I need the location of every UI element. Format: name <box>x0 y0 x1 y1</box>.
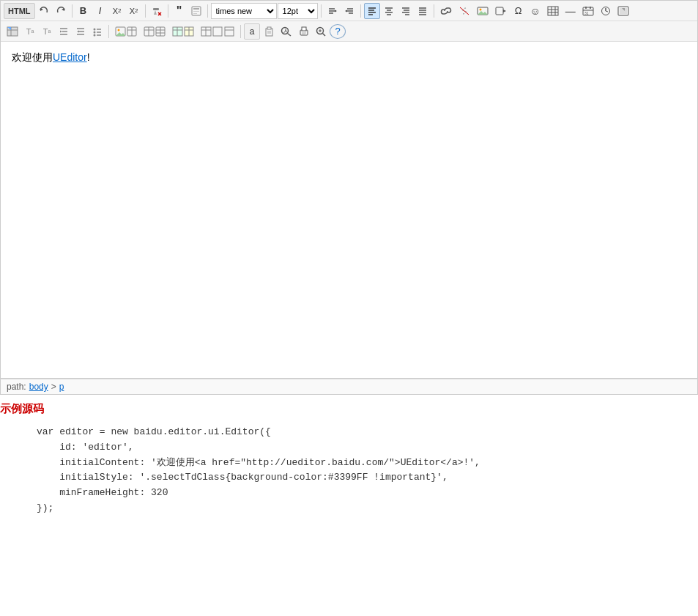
table2-button[interactable] <box>141 23 168 40</box>
svg-marker-76 <box>116 32 125 36</box>
svg-rect-7 <box>193 8 199 10</box>
svg-rect-97 <box>225 27 234 36</box>
html-button[interactable]: HTML <box>4 3 35 19</box>
path-body-link[interactable]: body <box>29 382 48 392</box>
insert-image2-button[interactable] <box>112 23 140 40</box>
table-button[interactable] <box>544 3 562 19</box>
outdent-button[interactable] <box>73 23 89 40</box>
svg-line-52 <box>606 11 608 12</box>
source-section: 示例源码 var editor = new baidu.editor.ui.Ed… <box>0 395 698 519</box>
link-button[interactable] <box>437 3 455 19</box>
font-name-select[interactable]: times new <box>211 3 277 19</box>
help-button[interactable]: ? <box>330 24 346 39</box>
svg-rect-56 <box>7 27 18 36</box>
svg-marker-66 <box>77 30 79 32</box>
svg-line-111 <box>323 33 326 36</box>
separator-3 <box>168 4 168 18</box>
bold-button[interactable]: B <box>75 3 92 19</box>
subscript-button[interactable]: X2 <box>126 3 142 19</box>
svg-rect-8 <box>193 11 199 12</box>
anchor-button[interactable]: a <box>244 23 260 40</box>
blockquote-button[interactable]: " <box>171 3 188 19</box>
find-button[interactable]: 人 <box>278 23 295 40</box>
list-unordered-button[interactable] <box>89 23 105 40</box>
editor-text-suffix: ! <box>87 51 90 63</box>
separator-1 <box>72 4 73 18</box>
svg-rect-40 <box>548 7 558 15</box>
superscript-button[interactable]: X2 <box>109 3 125 19</box>
svg-point-68 <box>94 28 96 30</box>
path-label: path: <box>7 382 26 392</box>
separator-7 <box>434 4 434 18</box>
preview-button[interactable] <box>313 23 329 40</box>
svg-text:31: 31 <box>584 11 589 15</box>
separator-2 <box>145 4 146 18</box>
ltr-button[interactable] <box>324 3 341 19</box>
align-center-button[interactable] <box>381 3 397 19</box>
redo-button[interactable] <box>53 3 69 19</box>
image-button[interactable] <box>474 3 491 19</box>
svg-marker-12 <box>335 10 337 12</box>
path-separator: > <box>51 382 56 392</box>
separator-4 <box>207 4 208 18</box>
source-title[interactable]: 示例源码 <box>0 402 698 416</box>
subscript2-button[interactable]: Ta <box>39 23 55 40</box>
toolbar-row-1: HTML B I X2 X2 " <box>1 1 697 21</box>
svg-marker-37 <box>478 11 488 15</box>
editor-content: 欢迎使用UEditor! <box>12 49 686 65</box>
special-char-button[interactable]: Ω <box>510 3 527 19</box>
date-button[interactable]: 31 <box>579 3 597 19</box>
superscript2-button[interactable]: Ta <box>22 23 38 40</box>
svg-rect-2 <box>153 8 159 10</box>
align-right-button[interactable] <box>398 3 414 19</box>
svg-point-75 <box>118 29 120 31</box>
svg-point-36 <box>479 8 481 10</box>
svg-marker-1 <box>62 8 64 11</box>
clear-format-button[interactable] <box>149 3 165 19</box>
path-bar: path: body > p <box>0 379 698 395</box>
rtl-button[interactable] <box>341 3 357 19</box>
svg-rect-38 <box>496 7 503 15</box>
svg-marker-39 <box>503 10 506 12</box>
undo-button[interactable] <box>36 3 52 19</box>
editor-text-plain: 欢迎使用 <box>12 51 53 63</box>
separator-6 <box>360 4 361 18</box>
time-button[interactable] <box>598 3 614 19</box>
svg-marker-15 <box>345 10 347 12</box>
table3-button[interactable] <box>169 23 197 40</box>
svg-text:人: 人 <box>283 28 289 33</box>
editor-link[interactable]: UEditor <box>53 51 87 63</box>
svg-rect-107 <box>302 27 306 31</box>
separator-row2 <box>108 25 109 38</box>
svg-rect-100 <box>267 27 271 29</box>
emoji-button[interactable]: ☺ <box>527 3 543 19</box>
print-button[interactable] <box>296 23 312 40</box>
italic-button[interactable]: I <box>92 3 108 19</box>
table4-button[interactable] <box>198 23 237 40</box>
svg-marker-0 <box>40 8 43 11</box>
unlink-button[interactable] <box>456 3 473 19</box>
separator-row2b <box>240 25 241 38</box>
toolbar-row-2: Ta Ta <box>1 21 697 42</box>
align-justify-button[interactable] <box>415 3 431 19</box>
fullscreen-button[interactable] <box>615 3 632 19</box>
svg-point-70 <box>94 34 96 36</box>
editor-area[interactable]: 欢迎使用UEditor! <box>0 42 698 379</box>
editor-paragraph: 欢迎使用UEditor! <box>12 49 686 65</box>
indent-button[interactable] <box>56 23 72 40</box>
svg-marker-3 <box>154 10 157 15</box>
align-left-button[interactable] <box>364 3 380 19</box>
media-button[interactable] <box>492 3 510 19</box>
toolbar-container: HTML B I X2 X2 " <box>0 0 698 42</box>
hr-button[interactable]: — <box>563 3 579 19</box>
template-button[interactable] <box>188 3 204 19</box>
separator-5 <box>321 4 322 18</box>
clipboard-button[interactable] <box>261 23 277 40</box>
font-size-select[interactable]: 12pt <box>278 3 318 19</box>
table-ops-button[interactable] <box>4 23 21 40</box>
path-p-link[interactable]: p <box>59 382 64 392</box>
svg-point-69 <box>94 31 96 33</box>
svg-marker-62 <box>60 30 62 32</box>
svg-rect-96 <box>213 27 222 36</box>
svg-rect-9 <box>193 13 197 14</box>
